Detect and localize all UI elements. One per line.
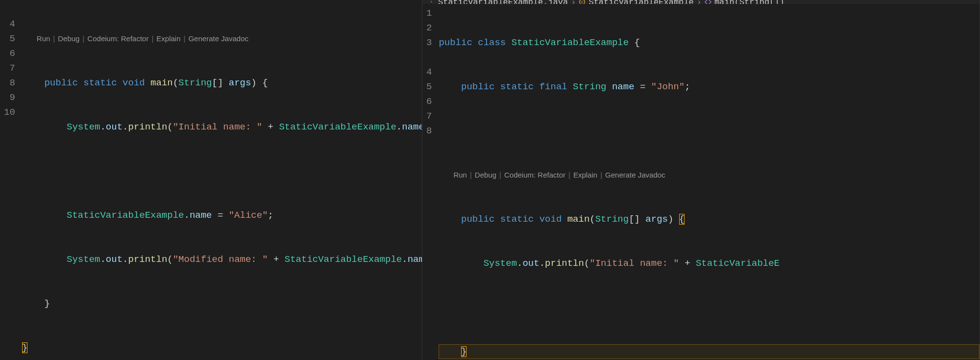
codelens-debug[interactable]: Debug: [58, 31, 79, 46]
code-line[interactable]: }: [22, 340, 422, 355]
codelens-refactor[interactable]: Codeium: Refactor: [504, 168, 565, 182]
codelens-debug[interactable]: Debug: [475, 168, 496, 182]
class-icon: C: [579, 0, 586, 4]
code-line[interactable]: System.out.println("Initial name: " + St…: [439, 256, 980, 271]
codelens: Run| Debug| Codeium: Refactor| Explain| …: [439, 168, 980, 182]
code-line[interactable]: public static final String name = "John"…: [439, 79, 980, 94]
svg-text:C: C: [581, 0, 584, 4]
codelens-javadoc[interactable]: Generate Javadoc: [188, 31, 248, 46]
right-code-body[interactable]: public class StaticVariableExample { pub…: [439, 4, 980, 360]
java-file-icon: [427, 0, 435, 4]
breadcrumb-class[interactable]: StaticVariableExample: [588, 0, 693, 4]
right-gutter: 1 2 3 4 5 6 7 8: [422, 4, 439, 360]
code-line[interactable]: public class StaticVariableExample {: [439, 35, 980, 50]
breadcrumb-method[interactable]: main(String[]): [714, 0, 784, 4]
code-line[interactable]: public static void main(String[] args) {: [22, 76, 422, 90]
code-line[interactable]: System.out.println("Initial name: " + St…: [22, 120, 422, 134]
left-gutter: 4 5 6 7 8 9 10: [0, 0, 22, 360]
chevron-right-icon: ›: [697, 0, 702, 4]
code-line[interactable]: [439, 300, 980, 315]
codelens-run[interactable]: Run: [453, 168, 467, 182]
code-line[interactable]: System.out.println("Modified name: " + S…: [22, 252, 422, 267]
codelens-run[interactable]: Run: [37, 31, 50, 46]
chevron-right-icon: ›: [571, 0, 576, 4]
codelens-refactor[interactable]: Codeium: Refactor: [87, 31, 148, 46]
code-line[interactable]: [439, 124, 980, 138]
codelens-javadoc[interactable]: Generate Javadoc: [605, 168, 665, 182]
breadcrumb-file[interactable]: StaticVariableExample.java: [438, 0, 568, 4]
svg-rect-2: [705, 0, 711, 4]
codelens-explain[interactable]: Explain: [573, 168, 597, 182]
method-icon: [705, 0, 711, 4]
right-editor-pane: StaticVariableExample.java › C StaticVar…: [422, 0, 980, 360]
left-editor-pane: 4 5 6 7 8 9 10 Run| Debug| Codeium: Refa…: [0, 0, 422, 360]
codelens-explain[interactable]: Explain: [156, 31, 180, 46]
code-line[interactable]: }: [22, 296, 422, 311]
code-line-active[interactable]: }: [439, 344, 980, 359]
breadcrumb[interactable]: StaticVariableExample.java › C StaticVar…: [422, 0, 980, 4]
codelens: Run| Debug| Codeium: Refactor| Explain| …: [22, 31, 422, 46]
right-code-editor[interactable]: 1 2 3 4 5 6 7 8 public class StaticVaria…: [422, 4, 980, 360]
code-line[interactable]: [22, 164, 422, 179]
code-line[interactable]: public static void main(String[] args) {: [439, 212, 980, 227]
code-line[interactable]: StaticVariableExample.name = "Alice";: [22, 208, 422, 223]
left-code-editor[interactable]: 4 5 6 7 8 9 10 Run| Debug| Codeium: Refa…: [0, 0, 422, 360]
left-code-body[interactable]: Run| Debug| Codeium: Refactor| Explain| …: [22, 0, 422, 360]
